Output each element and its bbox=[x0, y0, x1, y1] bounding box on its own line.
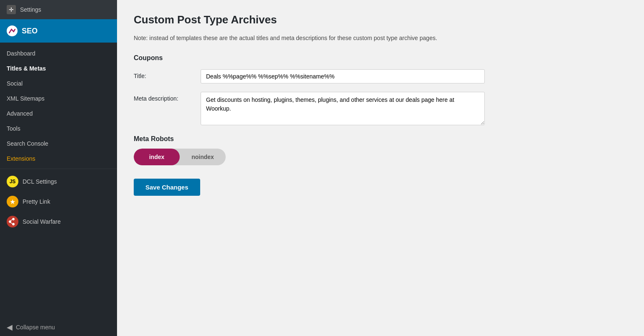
sidebar: ✛ Settings SEO Dashboard Titles & Metas … bbox=[0, 0, 117, 336]
sidebar-item-social-warfare[interactable]: Social Warfare bbox=[0, 212, 117, 232]
title-label: Title: bbox=[134, 69, 201, 79]
title-input-wrapper bbox=[201, 69, 485, 83]
dcl-label: DCL Settings bbox=[23, 178, 57, 185]
sidebar-item-dashboard[interactable]: Dashboard bbox=[0, 46, 117, 61]
settings-label: Settings bbox=[20, 6, 41, 13]
sidebar-item-titles-metas[interactable]: Titles & Metas bbox=[0, 61, 117, 76]
settings-icon: ✛ bbox=[7, 5, 16, 14]
index-toggle[interactable]: index bbox=[134, 149, 180, 165]
note-text: Note: instead of templates these are the… bbox=[134, 34, 510, 43]
svg-point-0 bbox=[7, 25, 18, 36]
coupons-section-title: Coupons bbox=[134, 54, 627, 62]
meta-description-textarea[interactable]: Get discounts on hosting, plugins, theme… bbox=[201, 92, 485, 125]
sidebar-item-social[interactable]: Social bbox=[0, 76, 117, 91]
sidebar-item-extensions[interactable]: Extensions bbox=[0, 151, 117, 166]
noindex-toggle[interactable]: noindex bbox=[180, 149, 226, 165]
sidebar-item-search-console[interactable]: Search Console bbox=[0, 136, 117, 151]
title-row: Title: bbox=[134, 69, 552, 83]
pretty-link-label: Pretty Link bbox=[23, 198, 50, 205]
main-content: Custom Post Type Archives Note: instead … bbox=[117, 0, 644, 336]
dcl-icon: JS bbox=[7, 176, 18, 187]
title-input[interactable] bbox=[201, 69, 485, 83]
meta-robots-section: Meta Robots index noindex bbox=[134, 135, 627, 165]
social-warfare-icon bbox=[7, 216, 18, 227]
social-warfare-label: Social Warfare bbox=[23, 218, 61, 225]
meta-description-label: Meta description: bbox=[134, 92, 201, 102]
sidebar-item-xml-sitemaps[interactable]: XML Sitemaps bbox=[0, 91, 117, 106]
sidebar-divider bbox=[0, 169, 117, 169]
robots-toggle-group: index noindex bbox=[134, 149, 226, 165]
collapse-icon: ◀ bbox=[7, 323, 13, 332]
sidebar-item-pretty-link[interactable]: ★ Pretty Link bbox=[0, 192, 117, 212]
meta-robots-label: Meta Robots bbox=[134, 135, 627, 143]
settings-bar[interactable]: ✛ Settings bbox=[0, 0, 117, 19]
meta-description-input-wrapper: Get discounts on hosting, plugins, theme… bbox=[201, 92, 485, 127]
save-changes-button[interactable]: Save Changes bbox=[134, 179, 200, 196]
sidebar-item-advanced[interactable]: Advanced bbox=[0, 106, 117, 121]
meta-description-row: Meta description: Get discounts on hosti… bbox=[134, 92, 552, 127]
page-title: Custom Post Type Archives bbox=[134, 13, 627, 26]
yoast-icon bbox=[7, 25, 18, 36]
sidebar-item-dcl[interactable]: JS DCL Settings bbox=[0, 172, 117, 192]
sidebar-nav: Dashboard Titles & Metas Social XML Site… bbox=[0, 43, 117, 235]
pretty-link-icon: ★ bbox=[7, 196, 18, 207]
collapse-label: Collapse menu bbox=[16, 324, 55, 331]
sidebar-item-tools[interactable]: Tools bbox=[0, 121, 117, 136]
seo-label: SEO bbox=[22, 27, 38, 35]
seo-active-item[interactable]: SEO bbox=[0, 19, 117, 43]
collapse-menu[interactable]: ◀ Collapse menu bbox=[0, 318, 117, 336]
